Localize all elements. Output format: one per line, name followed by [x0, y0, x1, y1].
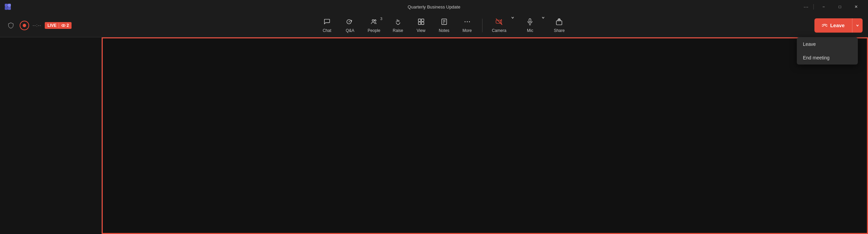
view-icon — [417, 18, 425, 27]
svg-point-9 — [374, 20, 376, 21]
mic-icon — [526, 18, 534, 27]
svg-point-19 — [467, 21, 468, 22]
video-border — [102, 37, 868, 234]
svg-rect-23 — [529, 18, 531, 22]
share-label: Share — [554, 28, 565, 33]
svg-rect-2 — [5, 7, 8, 10]
meeting-timer: --:-- — [33, 23, 41, 28]
svg-rect-11 — [421, 19, 424, 21]
dropdown-end-meeting-item[interactable]: End meeting — [797, 51, 858, 65]
raise-button[interactable]: Raise — [387, 16, 409, 35]
more-button[interactable]: More — [456, 16, 478, 35]
mic-label: Mic — [527, 28, 533, 33]
leave-button[interactable]: Leave — [814, 18, 852, 33]
share-icon — [555, 18, 563, 27]
more-options-btn[interactable]: ··· — [801, 4, 811, 10]
live-viewers: 2 — [61, 23, 69, 28]
titlebar-left — [4, 3, 12, 11]
svg-rect-26 — [556, 21, 562, 25]
svg-rect-3 — [8, 7, 11, 10]
notes-icon — [440, 18, 448, 27]
svg-point-18 — [465, 21, 466, 22]
live-badge-separator — [59, 23, 59, 28]
camera-off-icon — [495, 18, 503, 27]
share-button[interactable]: Share — [548, 16, 570, 35]
leave-chevron-icon — [856, 24, 859, 27]
notes-button[interactable]: Notes — [433, 16, 455, 35]
teams-app-icon — [4, 3, 12, 11]
notes-label: Notes — [439, 28, 449, 33]
live-badge: LIVE 2 — [45, 22, 72, 29]
svg-rect-1 — [8, 4, 11, 7]
raise-icon — [394, 18, 402, 27]
leave-phone-icon — [822, 23, 827, 28]
raise-label: Raise — [393, 28, 403, 33]
svg-rect-10 — [418, 19, 420, 21]
mic-group: Mic — [518, 16, 547, 35]
svg-point-20 — [469, 21, 470, 22]
people-label: People — [368, 28, 380, 33]
people-badge: 3 — [380, 17, 382, 21]
toolbar-right-section: Leave — [814, 18, 863, 33]
svg-point-8 — [372, 19, 374, 21]
people-icon — [370, 18, 378, 27]
qna-icon — [346, 18, 354, 27]
sidebar-panel — [0, 37, 102, 234]
svg-point-5 — [63, 25, 64, 26]
titlebar-controls: ··· − □ ✕ — [801, 1, 864, 12]
video-area — [102, 37, 868, 234]
titlebar-separator — [813, 4, 814, 10]
people-button[interactable]: 3 People — [362, 16, 386, 35]
view-label: View — [417, 28, 426, 33]
mic-chevron-btn[interactable] — [539, 16, 547, 19]
meeting-toolbar: --:-- LIVE 2 Chat — [0, 14, 868, 37]
leave-dropdown-menu: Leave End meeting — [797, 37, 858, 65]
mic-button[interactable]: Mic — [518, 16, 539, 35]
dropdown-leave-item[interactable]: Leave — [797, 37, 858, 51]
toolbar-separator — [482, 19, 482, 32]
qna-button[interactable]: Q&A — [339, 16, 361, 35]
leave-label: Leave — [830, 22, 845, 28]
svg-rect-12 — [418, 22, 420, 24]
toolbar-left-section: --:-- LIVE 2 — [5, 20, 72, 31]
chat-label: Chat — [323, 28, 331, 33]
svg-rect-13 — [421, 22, 424, 24]
more-label: More — [462, 28, 472, 33]
camera-label: Camera — [492, 28, 507, 33]
minimize-button[interactable]: − — [816, 1, 831, 12]
live-label: LIVE — [47, 23, 57, 28]
toolbar-center-section: Chat Q&A — [72, 16, 814, 35]
record-button[interactable] — [20, 21, 29, 30]
camera-button[interactable]: Camera — [487, 16, 509, 35]
maximize-button[interactable]: □ — [832, 1, 848, 12]
chat-icon — [323, 18, 331, 27]
camera-chevron-btn[interactable] — [509, 16, 516, 19]
svg-rect-0 — [5, 4, 8, 7]
close-button[interactable]: ✕ — [848, 1, 864, 12]
svg-point-7 — [349, 22, 349, 23]
chat-button[interactable]: Chat — [316, 16, 338, 35]
record-dot-inner — [23, 24, 26, 27]
main-content — [0, 37, 868, 234]
camera-group: Camera — [487, 16, 517, 35]
titlebar: Quarterly Business Update ··· − □ ✕ — [0, 0, 868, 14]
shield-icon — [5, 20, 16, 31]
live-viewer-count: 2 — [67, 23, 69, 28]
leave-chevron-button[interactable] — [852, 18, 863, 33]
window-title: Quarterly Business Update — [408, 4, 460, 10]
qna-label: Q&A — [346, 28, 354, 33]
view-button[interactable]: View — [410, 16, 432, 35]
leave-button-group: Leave — [814, 18, 863, 33]
more-icon — [463, 18, 471, 27]
